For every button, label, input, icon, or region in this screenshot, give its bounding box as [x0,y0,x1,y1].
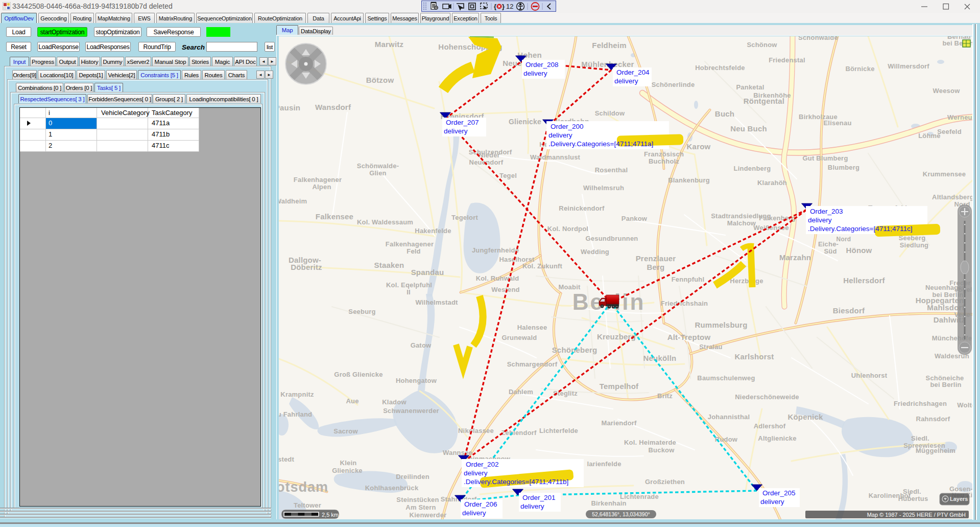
svg-text:Spreewiesen: Spreewiesen [903,442,945,449]
svg-text:stedt: stedt [279,455,294,463]
svg-text:Waldheim: Waldheim [279,197,307,205]
svg-text:delivery: delivery [614,77,638,85]
svg-text:Biesdorf: Biesdorf [833,306,865,315]
svg-text:Order_205: Order_205 [762,489,796,497]
svg-text:Weesow: Weesow [933,87,961,95]
svg-text:Rahnsdorf: Rahnsdorf [916,415,950,423]
svg-text:Altglienicke: Altglienicke [758,434,796,442]
svg-text:Krampnitz: Krampnitz [280,391,314,398]
svg-text:delivery: delivery [462,509,486,517]
svg-text:u Fahrland: u Fahrland [279,410,312,418]
svg-text:12: 12 [506,3,513,10]
svg-text:Sacrow: Sacrow [333,427,358,435]
svg-text:Hellersdorf: Hellersdorf [843,276,885,285]
svg-text:delivery: delivery [520,502,544,510]
svg-text:.Delivery.Categories=[4711;471: .Delivery.Categories=[4711;4711c] [808,225,913,233]
svg-text:{: { [494,3,496,10]
svg-text:Börnicke: Börnicke [845,65,874,73]
svg-text:Schwanenwerder: Schwanenwerder [383,407,439,415]
svg-text:Uhlenhorst: Uhlenhorst [851,372,888,379]
svg-text:Order_204: Order_204 [616,68,650,76]
svg-text:Altlandsberg: Altlandsberg [932,193,972,201]
svg-text:Gesundbrunnen: Gesundbrunnen [586,235,638,242]
svg-text:Waldmannslust: Waldmannslust [530,153,581,161]
svg-text:Wedding: Wedding [581,248,609,256]
svg-text:Friedrichshain: Friedrichshain [661,300,708,307]
svg-text:Order_200: Order_200 [551,123,584,130]
svg-text:Dahlem: Dahlem [509,388,533,396]
svg-text:Feldheim: Feldheim [592,41,626,50]
svg-text:Herzberge: Herzberge [730,277,763,285]
svg-text:Neukölln: Neukölln [643,354,677,362]
svg-text:Friedenstal: Friedenstal [769,56,805,64]
svg-text:Kol. Ruhwald: Kol. Ruhwald [476,274,519,282]
svg-text:.Delivery.Categories=[4711;471: .Delivery.Categories=[4711;4711a] [548,140,653,148]
svg-text:Tegel: Tegel [499,172,517,179]
svg-text:Döberitz: Döberitz [291,263,322,271]
svg-text:Blankenburg: Blankenburg [668,176,710,184]
svg-text:Kreuzberg: Kreuzberg [597,332,636,341]
svg-text:Willmersdorf: Willmersdorf [888,62,929,70]
svg-text:Panketal: Panketal [736,83,764,91]
svg-text:Eiche-: Eiche- [818,240,839,248]
svg-text:larienfelde: larienfelde [587,460,621,468]
svg-text:Glienicke: Glienicke [509,118,541,126]
svg-text:Karolinenhof: Karolinenhof [869,492,911,499]
svg-text:Johannisthal: Johannisthal [708,413,750,421]
svg-text:Wilhelmstadt: Wilhelmstadt [415,299,458,306]
svg-text:Schöneberg: Schöneberg [552,346,597,354]
svg-text:Kladow: Kladow [382,398,407,406]
svg-text:Stralau: Stralau [699,343,722,351]
svg-text:Hakenfelde: Hakenfelde [415,227,451,235]
svg-text:Köpenick: Köpenick [787,413,823,421]
svg-text:Großziethen: Großziethen [645,478,685,486]
svg-text:Wilhelmsruh: Wilhelmsruh [583,184,624,192]
svg-text:Seefeld: Seefeld [937,128,962,135]
svg-text:Blumberg: Blumberg [828,164,859,171]
svg-text:Wolter: Wolter [957,401,972,409]
svg-text:Order_202: Order_202 [466,461,499,468]
svg-text:Fennpfuhl: Fennpfuhl [672,276,705,283]
svg-text:Buchholz: Buchholz [649,157,679,165]
svg-text:Klein: Klein [340,459,357,467]
svg-text:Falkenhagener: Falkenhagener [386,240,434,248]
svg-text:Röntgental: Röntgental [744,97,784,105]
svg-text:Steinstücken: Steinstücken [396,496,439,503]
svg-text:Siedlung: Siedlung [900,241,929,249]
svg-text:Lindenberg: Lindenberg [734,165,771,172]
svg-text:delivery: delivery [760,498,784,506]
svg-text:Map © 1987 - 2025 HERE / PTV G: Map © 1987 - 2025 HERE / PTV GmbH [867,512,966,518]
svg-text:Adlershof: Adlershof [754,422,786,430]
svg-text:Neu Buch: Neu Buch [730,124,767,133]
svg-text:Schmargendorf: Schmargendorf [507,360,558,368]
svg-text:Order_201: Order_201 [522,494,556,501]
svg-text:Hobrechtsfelde: Hobrechtsfelde [695,64,745,72]
svg-text:Hohengatow: Hohengatow [396,377,437,384]
svg-text:Layers: Layers [950,496,968,502]
svg-text:delivery: delivery [523,70,547,77]
svg-text:Groß Glienicke: Groß Glienicke [334,371,383,378]
svg-text:Karow: Karow [687,142,711,151]
svg-text:Alpen: Alpen [312,183,331,191]
svg-text:52,648136°, 13,034390°: 52,648136°, 13,034390° [592,511,650,517]
svg-text:Nikolassee: Nikolassee [458,427,494,434]
svg-text:Halensee: Halensee [517,324,547,331]
svg-text:delivery: delivery [464,469,488,477]
svg-text:Marzahn: Marzahn [779,253,811,262]
svg-text:Tempelhof: Tempelhof [600,382,639,391]
svg-text:Lichterfelde: Lichterfelde [539,427,578,434]
svg-text:Glienicke: Glienicke [332,467,363,474]
svg-text:Staaken: Staaken [374,261,404,269]
svg-text:Falkenhagener: Falkenhagener [294,176,342,184]
svg-text:Baumschulenweg: Baumschulenweg [697,374,755,382]
svg-text:Feld: Feld [407,247,421,255]
svg-text:Prenzlauer: Prenzlauer [636,254,676,263]
svg-text:delivery: delivery [808,216,832,224]
svg-text:Kohlhasenbrück: Kohlhasenbrück [365,484,419,492]
svg-text:Britz: Britz [657,392,673,400]
svg-text:Karlshorst: Karlshorst [734,352,774,361]
svg-text:Glien: Glien [369,169,387,177]
svg-text:Schönwalde-: Schönwalde- [357,162,399,170]
svg-text:Mariendorf: Mariendorf [601,419,637,427]
svg-text:Schönwalde: Schönwalde [798,36,838,41]
